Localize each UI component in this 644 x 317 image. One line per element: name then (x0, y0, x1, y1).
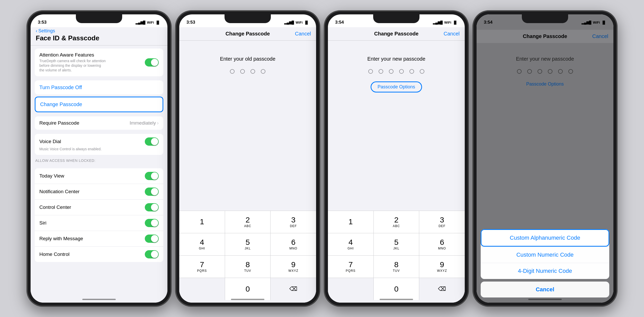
key-7[interactable]: 7PQRS (179, 256, 225, 278)
voice-dial-label: Voice Dial (39, 139, 61, 144)
passcode-dot (379, 69, 383, 74)
wifi-icon-2: WiFi (296, 21, 302, 24)
iphone-4: 3:54 ▂▄▆█ WiFi ▐▌ Change Passcode Cancel… (473, 11, 617, 306)
passcode-cancel-2[interactable]: Cancel (295, 31, 311, 37)
chevron-left-icon: ‹ (36, 28, 37, 34)
key-2-p3[interactable]: 2ABC (374, 211, 419, 233)
key-9-p3[interactable]: 9WXYZ (419, 256, 465, 278)
keypad-2: 1 2ABC 3DEF 4GHI 5JKL 6MNO 7PQRS 8TUV 9W… (179, 211, 316, 300)
attention-aware-row: Attention Aware Features TrueDepth camer… (35, 49, 163, 76)
iphone-4-screen: 3:54 ▂▄▆█ WiFi ▐▌ Change Passcode Cancel… (477, 14, 613, 303)
passcode-screen-2: Change Passcode Cancel Enter your old pa… (179, 27, 316, 303)
home-control-toggle[interactable] (145, 250, 159, 258)
control-center-toggle[interactable] (145, 203, 159, 211)
iphone-3-screen: 3:54 ▂▄▆█ WiFi ▐▌ Change Passcode Cancel… (328, 14, 465, 303)
voice-dial-toggle[interactable] (145, 137, 159, 146)
iphone-3: 3:54 ▂▄▆█ WiFi ▐▌ Change Passcode Cancel… (324, 11, 468, 306)
home-indicator-3 (380, 299, 413, 300)
battery-icon-3: ▐▌ (453, 21, 458, 24)
keypad-3: 1 2ABC 3DEF 4GHI 5JKL 6MNO 7PQRS 8TUV 9W… (328, 211, 465, 300)
key-0-p3[interactable]: 0 (374, 278, 419, 300)
key-1-p3[interactable]: 1 (328, 211, 373, 233)
passcode-dot (399, 69, 404, 74)
reply-message-row: Reply with Message (35, 231, 163, 247)
key-5[interactable]: 5JKL (225, 233, 271, 255)
status-time-1: 3:53 (38, 20, 47, 25)
passcode-title-3: Change Passcode (374, 31, 418, 37)
notification-center-toggle[interactable] (145, 188, 159, 196)
allow-access-header: ALLOW ACCESS WHEN LOCKED: (31, 155, 167, 164)
control-center-label: Control Center (39, 204, 71, 210)
home-indicator-1 (82, 299, 116, 300)
siri-row: Siri (35, 215, 163, 231)
reply-message-toggle[interactable] (145, 235, 159, 243)
key-6-p3[interactable]: 6MNO (419, 233, 465, 255)
passcode-options-btn-3[interactable]: Passcode Options (371, 81, 422, 92)
voice-dial-row: Voice Dial Music Voice Control is always… (35, 134, 163, 155)
iphone-2-screen: 3:53 ▂▄▆█ WiFi ▐▌ Change Passcode Cancel… (179, 14, 316, 303)
attention-aware-sublabel: TrueDepth camera will check for attentio… (39, 59, 106, 73)
require-passcode-row[interactable]: Require Passcode Immediately › (35, 116, 163, 130)
attention-aware-toggle[interactable] (145, 58, 159, 67)
status-time-4: 3:54 (484, 20, 493, 25)
key-0[interactable]: 0 (225, 278, 271, 300)
key-5-p3[interactable]: 5JKL (374, 233, 419, 255)
key-6[interactable]: 6MNO (271, 233, 316, 255)
options-group: Custom Alphanumeric Code Custom Numeric … (481, 229, 609, 279)
attention-aware-label: Attention Aware Features (39, 52, 106, 58)
option-custom-numeric[interactable]: Custom Numeric Code (481, 247, 609, 263)
option-custom-alphanumeric[interactable]: Custom Alphanumeric Code (481, 229, 609, 247)
notch-2 (225, 14, 271, 23)
turn-passcode-off-btn[interactable]: Turn Passcode Off (35, 80, 163, 95)
change-passcode-btn[interactable]: Change Passcode (35, 97, 163, 112)
passcode-dot (230, 69, 235, 74)
key-delete[interactable]: ⌫ (271, 278, 316, 300)
page-title-1: Face ID & Passcode (36, 34, 162, 42)
key-8[interactable]: 8TUV (225, 256, 271, 278)
option-cancel[interactable]: Cancel (481, 282, 609, 297)
key-8-p3[interactable]: 8TUV (374, 256, 419, 278)
passcode-prompt-3: Enter your new passcode (367, 56, 425, 62)
siri-label: Siri (39, 220, 46, 226)
passcode-dots-3 (368, 69, 424, 74)
phones-container: 3:53 ▂▄▆█ WiFi ▐▌ ‹ Settings Face ID & P… (22, 6, 622, 311)
battery-icon: ▐▌ (156, 21, 160, 24)
key-9[interactable]: 9WXYZ (271, 256, 316, 278)
signal-icon-4: ▂▄▆█ (582, 21, 591, 24)
siri-toggle[interactable] (145, 219, 159, 227)
passcode-dot (389, 69, 393, 74)
chevron-right-icon: › (157, 120, 159, 126)
keypad-grid-2: 1 2ABC 3DEF 4GHI 5JKL 6MNO 7PQRS 8TUV 9W… (179, 211, 316, 300)
keypad-grid-3: 1 2ABC 3DEF 4GHI 5JKL 6MNO 7PQRS 8TUV 9W… (328, 211, 465, 300)
status-icons-1: ▂▄▆█ WiFi ▐▌ (136, 21, 160, 24)
key-2[interactable]: 2ABC (225, 211, 271, 233)
key-delete-p3[interactable]: ⌫ (419, 278, 465, 300)
nav-back-1[interactable]: ‹ Settings (36, 28, 162, 34)
notification-center-label: Notification Center (39, 189, 79, 194)
option-4digit[interactable]: 4-Digit Numeric Code (481, 263, 609, 279)
notch-3 (373, 14, 419, 23)
home-indicator-4 (528, 299, 562, 300)
passcode-dot (261, 69, 265, 74)
control-center-row: Control Center (35, 200, 163, 215)
key-3[interactable]: 3DEF (271, 211, 316, 233)
key-empty (179, 278, 225, 300)
iphone-1: 3:53 ▂▄▆█ WiFi ▐▌ ‹ Settings Face ID & P… (27, 11, 171, 306)
key-7-p3[interactable]: 7PQRS (328, 256, 373, 278)
passcode-cancel-3[interactable]: Cancel (444, 31, 460, 37)
passcode-dot (240, 69, 245, 74)
key-4[interactable]: 4GHI (179, 233, 225, 255)
key-4-p3[interactable]: 4GHI (328, 233, 373, 255)
iphone-2: 3:53 ▂▄▆█ WiFi ▐▌ Change Passcode Cancel… (176, 11, 320, 306)
key-1[interactable]: 1 (179, 211, 225, 233)
notch-1 (76, 14, 122, 23)
notch-4 (522, 14, 568, 23)
passcode-header-3: Change Passcode Cancel (328, 27, 465, 41)
nav-back-label[interactable]: Settings (38, 28, 55, 34)
options-menu: Custom Alphanumeric Code Custom Numeric … (481, 229, 609, 297)
key-3-p3[interactable]: 3DEF (419, 211, 465, 233)
today-view-toggle[interactable] (145, 172, 159, 180)
passcode-dot (251, 69, 255, 74)
passcode-dot (368, 69, 373, 74)
notification-center-row: Notification Center (35, 184, 163, 200)
